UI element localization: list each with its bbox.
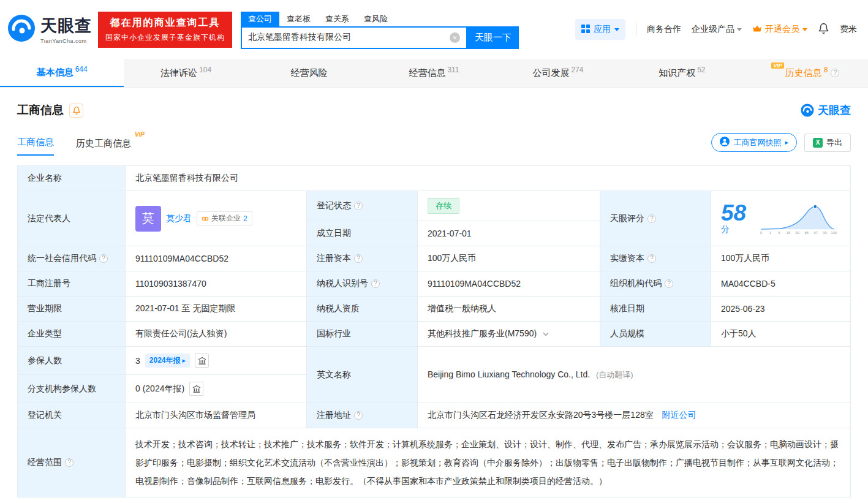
vip-badge: VIP: [135, 131, 145, 138]
table-row: 营业期限 2021-07-01 至 无固定期限 纳税人资质 增值税一般纳税人 核…: [18, 297, 851, 322]
divider: [636, 23, 636, 36]
staff-size-label: 人员规模: [600, 322, 711, 347]
notification-bell-icon[interactable]: [818, 22, 829, 37]
svg-text:100: 100: [831, 231, 837, 235]
related-count: 2: [243, 214, 247, 223]
search-button[interactable]: 天眼一下: [467, 26, 519, 49]
tab-operational-risk[interactable]: 经营风险: [248, 59, 372, 87]
tab-basic-info[interactable]: 基本信息 644: [0, 59, 124, 87]
credit-code-label: 统一社会信用代码: [18, 246, 126, 271]
org-code-value: MA04CCBD-5: [711, 271, 851, 297]
paid-capital-value: 100万人民币: [711, 246, 851, 271]
status-label: 登记状态: [307, 191, 418, 221]
table-row: 登记机关 北京市门头沟区市场监督管理局 注册地址 北京市门头沟区石龙经济开发区永…: [18, 403, 851, 428]
table-row: 参保人数 3 2024年报: [18, 347, 851, 375]
search-tab-boss[interactable]: 查老板: [279, 12, 318, 26]
card-watermark-logo: 天眼查: [801, 103, 851, 118]
insured-cell: 3 2024年报: [126, 347, 307, 375]
search-input[interactable]: [248, 32, 450, 42]
score-label: 天眼评分: [600, 191, 711, 246]
score-distribution-chart: 0 1 5 15 50 85 97 99 100: [758, 200, 840, 238]
official-snapshot-button[interactable]: 工商官网快照: [711, 133, 797, 152]
chevron-down-icon[interactable]: [543, 328, 549, 338]
user-name[interactable]: 费米: [840, 24, 857, 35]
card-watermark-label: 天眼查: [818, 103, 851, 118]
registry-label: 登记机关: [18, 403, 126, 428]
english-name-label: 英文名称: [307, 347, 418, 403]
subtab-business-registration[interactable]: 工商信息: [17, 137, 54, 156]
subtab-history-registration[interactable]: 历史工商信息 VIP: [76, 138, 131, 156]
annual-report-doc-icon[interactable]: [195, 354, 209, 368]
tab-label: 法律诉讼: [160, 67, 197, 79]
clear-search-icon[interactable]: [450, 32, 460, 43]
tab-company-development[interactable]: 公司发展 274: [496, 59, 620, 87]
related-companies-tag[interactable]: 关联企业 2: [197, 211, 252, 225]
annual-report-doc-icon[interactable]: [189, 382, 203, 396]
table-row: 企业名称 北京笔墨留香科技有限公司: [18, 166, 851, 191]
help-icon[interactable]: [665, 279, 673, 288]
legal-rep-cell: 莫 莫少君 关联企业 2: [126, 191, 307, 246]
help-icon[interactable]: [647, 254, 656, 263]
registry-value: 北京市门头沟区市场监督管理局: [126, 403, 307, 428]
help-icon[interactable]: [99, 254, 108, 263]
svg-text:5: 5: [778, 231, 780, 235]
industry-value: 其他科技推广服务业(M7590): [428, 328, 537, 338]
apps-grid-icon: [581, 25, 590, 35]
subtab-row: 工商信息 历史工商信息 VIP 工商官网快照 导出: [17, 133, 851, 156]
chevron-down-icon: [737, 28, 742, 31]
help-icon[interactable]: [371, 279, 380, 288]
help-icon[interactable]: [354, 254, 363, 263]
help-icon[interactable]: [831, 69, 839, 77]
search-tab-risk[interactable]: 查风险: [357, 12, 395, 26]
search-tabs: 查公司 查老板 查关系 查风险: [241, 10, 519, 26]
help-icon[interactable]: [65, 458, 74, 467]
staff-size-value: 小于50人: [711, 322, 851, 347]
avatar[interactable]: 莫: [135, 206, 161, 232]
tab-label: 经营信息: [409, 67, 445, 79]
business-info-card: 工商信息 天眼查 工商信息 历史工商信息 VIP: [0, 88, 868, 503]
search-tab-relation[interactable]: 查关系: [318, 12, 357, 26]
chevron-down-icon: [614, 28, 619, 31]
established-value: 2021-07-01: [418, 221, 600, 246]
business-term-value: 2021-07-01 至 无固定期限: [126, 297, 307, 322]
legal-rep-name-link[interactable]: 莫少君: [166, 213, 192, 224]
insured-count: 3: [135, 356, 140, 366]
annual-report-tag[interactable]: 2024年报: [145, 354, 190, 368]
auto-translate-note: (自动翻译): [596, 370, 633, 379]
tab-count: 8: [824, 66, 828, 74]
status-badge: 存续: [428, 198, 459, 214]
tab-business-info[interactable]: 经营信息 311: [372, 59, 496, 87]
svg-text:0: 0: [760, 231, 763, 235]
enterprise-products-link[interactable]: 企业级产品: [692, 24, 742, 35]
taxpayer-id-label: 纳税人识别号: [307, 271, 418, 297]
brand-name: 天眼查: [40, 15, 92, 37]
tab-legal-proceedings[interactable]: 法律诉讼 104: [124, 59, 247, 87]
tianyancha-logo[interactable]: 天眼查 TianYanCha.com: [7, 14, 92, 45]
export-button[interactable]: 导出: [804, 134, 851, 152]
apps-button[interactable]: 应用: [575, 19, 625, 40]
tab-history-info[interactable]: VIP 历史信息 8: [744, 59, 868, 87]
subtab-label: 历史工商信息: [76, 138, 131, 148]
company-section-nav: 基本信息 644 法律诉讼 104 经营风险 经营信息 311 公司发展 274…: [0, 59, 868, 88]
search-tab-company[interactable]: 查公司: [241, 12, 279, 26]
tab-intellectual-property[interactable]: 知识产权 52: [620, 59, 744, 87]
reg-number-label: 工商注册号: [18, 271, 126, 297]
enterprise-products-label: 企业级产品: [692, 24, 734, 35]
help-icon[interactable]: [354, 411, 363, 420]
snapshot-label: 工商官网快照: [733, 137, 781, 148]
svg-text:1: 1: [769, 231, 771, 235]
help-icon[interactable]: [647, 214, 656, 223]
open-vip-link[interactable]: 开通会员: [752, 24, 807, 35]
business-registration-table: 企业名称 北京笔墨留香科技有限公司 法定代表人 莫 莫少君 关联企业 2: [17, 165, 851, 497]
tab-label: 历史信息: [785, 67, 822, 79]
excel-icon: [813, 138, 823, 148]
business-scope-label: 经营范围: [18, 428, 126, 497]
nearby-companies-link[interactable]: 附近公司: [662, 410, 696, 420]
industry-cell: 其他科技推广服务业(M7590): [418, 322, 600, 347]
help-icon[interactable]: [354, 202, 363, 210]
subscribe-bell-icon[interactable]: [69, 104, 83, 118]
address-cell: 北京市门头沟区石龙经济开发区永安路20号3号楼一层128室 附近公司: [418, 403, 851, 428]
score-cell[interactable]: 58分 0 1 5 15 50 85 97 99 100: [711, 191, 851, 246]
business-cooperation-link[interactable]: 商务合作: [647, 24, 681, 35]
branch-insured-label: 分支机构参保人数: [18, 375, 126, 403]
